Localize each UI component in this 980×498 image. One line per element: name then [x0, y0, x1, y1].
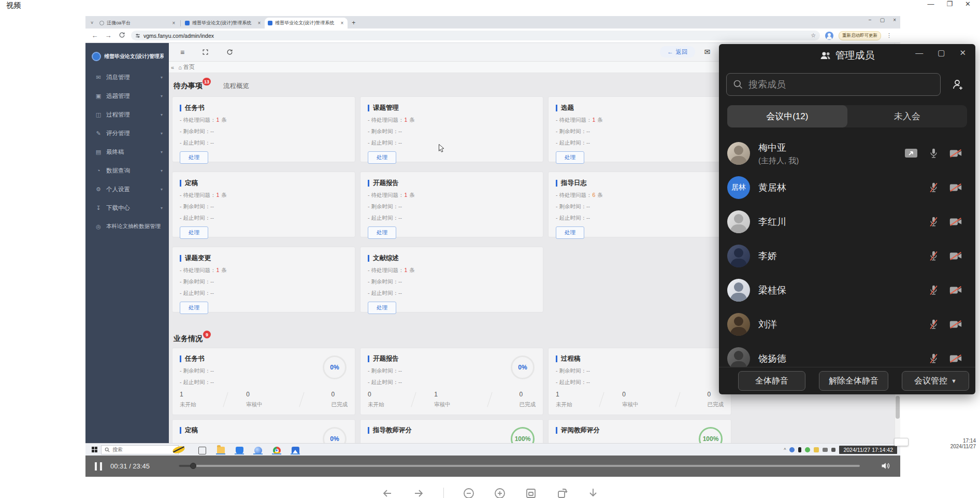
pause-button[interactable] — [95, 462, 102, 471]
camera-off-icon[interactable] — [949, 286, 962, 295]
sidebar-item-topic-selection[interactable]: ▣ 选题管理 ▾ — [85, 87, 169, 105]
camera-off-icon[interactable] — [949, 251, 962, 261]
member-row[interactable]: 居林 黄居林 — [719, 170, 975, 205]
collapse-menu-icon[interactable]: ≡ — [180, 48, 184, 56]
minimize-icon[interactable]: − — [869, 17, 872, 23]
sidebar-item-process[interactable]: ◫ 过程管理 ▾ — [85, 105, 169, 124]
tray-icon[interactable] — [789, 447, 795, 452]
meeting-control-button[interactable]: 会议管控 ▼ — [902, 371, 969, 391]
tab-close-icon[interactable]: × — [339, 20, 344, 26]
new-tab-button[interactable]: + — [348, 19, 359, 29]
member-row[interactable]: 李红川 — [719, 205, 975, 239]
meeting-app-button[interactable] — [290, 445, 301, 454]
mail-icon[interactable]: ✉ — [704, 48, 711, 56]
volume-icon[interactable] — [881, 461, 891, 473]
mic-off-icon[interactable] — [929, 284, 938, 296]
handle-button[interactable]: 处理 — [180, 151, 208, 164]
back-button[interactable]: ← 返回 — [660, 46, 695, 58]
fit-view-button[interactable] — [525, 487, 537, 498]
reload-icon[interactable] — [118, 32, 126, 40]
maximize-icon[interactable]: ▢ — [880, 17, 885, 23]
camera-off-icon[interactable] — [949, 183, 962, 192]
minimize-icon[interactable]: — — [927, 0, 934, 8]
tray-chevron-up-icon[interactable]: ^ — [784, 447, 786, 452]
chrome-button[interactable] — [271, 445, 282, 454]
address-bar[interactable]: vgms.fanyu.com/admin/index ☆ — [131, 31, 820, 40]
todo-section-title[interactable]: 待办事项 13 — [174, 81, 203, 91]
sidebar-item-messages[interactable]: ✉ 消息管理 ▾ — [85, 68, 169, 87]
task-view-button[interactable] — [196, 445, 208, 454]
previous-button[interactable] — [381, 487, 394, 498]
start-button[interactable] — [89, 444, 100, 456]
sidebar-item-data-query[interactable]: ◔ 数据查询 ▾ — [85, 161, 169, 180]
zoom-out-button[interactable] — [463, 487, 475, 498]
blue-app-button[interactable] — [252, 445, 264, 454]
progress-thumb[interactable] — [190, 463, 196, 469]
member-row[interactable]: 刘洋 — [719, 307, 975, 342]
member-search-box[interactable] — [726, 73, 941, 96]
close-icon[interactable]: ✕ — [959, 48, 966, 58]
screen-share-icon[interactable] — [904, 148, 918, 159]
fullscreen-icon[interactable] — [202, 49, 209, 55]
tab-in-meeting[interactable]: 会议中(12) — [727, 105, 847, 127]
video-progress-bar[interactable] — [179, 465, 860, 467]
member-row[interactable]: 梁桂保 — [719, 273, 975, 307]
close-icon[interactable]: ✕ — [965, 0, 971, 8]
chrome-update-pill[interactable]: 重新启动即可更新 — [839, 31, 881, 40]
mic-off-icon[interactable] — [929, 250, 938, 262]
refresh-icon[interactable] — [226, 49, 233, 55]
browser-profile-avatar[interactable] — [825, 32, 833, 40]
mic-off-icon[interactable] — [929, 182, 938, 193]
mic-off-icon[interactable] — [929, 353, 938, 364]
handle-button[interactable]: 处理 — [368, 151, 396, 164]
back-icon[interactable]: ← — [91, 32, 99, 39]
mic-off-icon[interactable] — [929, 319, 938, 330]
member-row[interactable]: 饶扬德 — [719, 342, 975, 367]
taskbar-search-input[interactable] — [112, 447, 154, 452]
tray-mic-icon[interactable] — [798, 447, 801, 452]
handle-button[interactable]: 处理 — [368, 302, 396, 314]
unmute-all-button[interactable]: 解除全体静音 — [819, 371, 888, 391]
taskbar-search[interactable] — [101, 445, 179, 454]
restore-icon[interactable]: ❐ — [946, 0, 953, 8]
next-button[interactable] — [412, 487, 425, 498]
tab-not-joined[interactable]: 未入会 — [847, 105, 968, 127]
mute-all-button[interactable]: 全体静音 — [738, 371, 805, 391]
tray-display-icon[interactable] — [823, 448, 828, 452]
member-list[interactable]: 梅中亚 (主持人, 我) 居林 黄居林 — [719, 136, 975, 367]
tab-process-overview[interactable]: 流程概览 — [223, 81, 249, 91]
browser-menu-icon[interactable]: ⋮ — [886, 32, 892, 39]
member-row[interactable]: 李娇 — [719, 239, 975, 273]
sidebar-item-thesis-sampling[interactable]: ◎ 本科论文抽检数据管理 — [85, 217, 169, 236]
handle-button[interactable]: 处理 — [368, 226, 396, 239]
handle-button[interactable]: 处理 — [180, 302, 208, 314]
mic-off-icon[interactable] — [929, 216, 938, 227]
tab-close-icon[interactable]: × — [256, 20, 262, 26]
member-row[interactable]: 梅中亚 (主持人, 我) — [719, 136, 975, 170]
camera-off-icon[interactable] — [949, 217, 962, 226]
download-button[interactable] — [587, 487, 599, 498]
member-search-input[interactable] — [748, 79, 934, 90]
rotate-button[interactable] — [556, 487, 568, 498]
zoom-in-button[interactable] — [494, 487, 506, 498]
sidebar-item-scoring[interactable]: ✎ 评分管理 ▾ — [85, 124, 169, 143]
sidebar-item-download-center[interactable]: ↧ 下载中心 ▾ — [85, 198, 169, 217]
scrollbar-thumb[interactable] — [896, 396, 900, 419]
forward-icon[interactable]: → — [104, 32, 112, 39]
sidebar-item-final-draft[interactable]: ▤ 最终稿 ▾ — [85, 143, 169, 161]
handle-button[interactable]: 处理 — [180, 226, 208, 239]
browser-tab-3-active[interactable]: 维普毕业论文(设计)管理系统 × — [265, 18, 348, 29]
camera-off-icon[interactable] — [949, 149, 962, 158]
handle-button[interactable]: 处理 — [556, 226, 584, 239]
minimize-icon[interactable]: — — [915, 48, 923, 58]
add-member-button[interactable] — [947, 73, 968, 96]
bookmark-star-icon[interactable]: ☆ — [811, 32, 816, 39]
sidebar-item-personal-settings[interactable]: ⚙ 个人设置 ▾ — [85, 180, 169, 198]
collapse-tags-icon[interactable]: « — [171, 64, 174, 70]
file-explorer-button[interactable] — [215, 445, 226, 454]
browser-tab-2[interactable]: 维普毕业论文(设计)管理系统 × — [182, 18, 265, 29]
camera-off-icon[interactable] — [949, 320, 962, 329]
tab-close-icon[interactable]: × — [171, 20, 176, 26]
browser-tab-1[interactable]: 泛微oa平台 × — [96, 18, 179, 29]
security-app-button[interactable] — [234, 445, 245, 454]
